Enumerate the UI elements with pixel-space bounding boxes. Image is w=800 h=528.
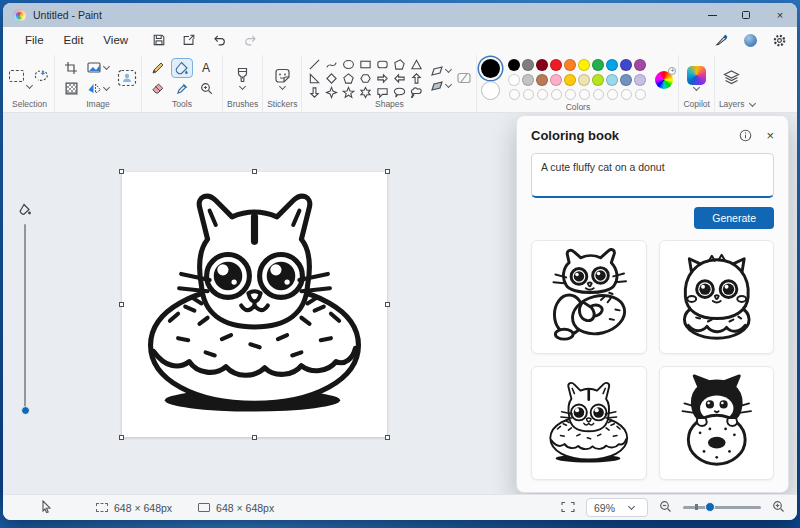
crop-icon[interactable] bbox=[64, 61, 78, 75]
zoom-level-dropdown[interactable]: 69% bbox=[586, 498, 648, 517]
right-triangle-shape-icon[interactable] bbox=[308, 72, 321, 85]
fit-to-screen-icon[interactable] bbox=[561, 501, 575, 515]
color-swatch-empty[interactable] bbox=[509, 89, 520, 100]
hexagon-shape-icon[interactable] bbox=[359, 72, 372, 85]
color-swatch[interactable] bbox=[550, 74, 562, 86]
pencil-icon[interactable] bbox=[151, 61, 165, 75]
canvas[interactable] bbox=[122, 172, 387, 437]
selection-handle[interactable] bbox=[119, 435, 124, 440]
line-shape-icon[interactable] bbox=[308, 58, 321, 71]
brushes-dropdown-chevron[interactable] bbox=[239, 83, 246, 90]
selection-handle[interactable] bbox=[385, 302, 390, 307]
color-swatch-empty[interactable] bbox=[537, 89, 548, 100]
panel-close-icon[interactable]: × bbox=[766, 129, 774, 142]
thumbnail-cat-hugging-donut[interactable] bbox=[531, 240, 647, 354]
stylus-icon[interactable] bbox=[714, 33, 729, 47]
edit-colors-icon[interactable]: + bbox=[654, 70, 674, 90]
color-swatch[interactable] bbox=[578, 74, 590, 86]
color-swatch-empty[interactable] bbox=[621, 89, 632, 100]
slider-handle[interactable] bbox=[21, 406, 30, 415]
color2-current[interactable] bbox=[481, 81, 500, 100]
account-icon[interactable] bbox=[744, 34, 757, 47]
maximize-button[interactable] bbox=[729, 3, 763, 27]
menu-edit[interactable]: Edit bbox=[54, 31, 94, 49]
zoom-in-icon[interactable] bbox=[772, 500, 785, 515]
triangle-shape-icon[interactable] bbox=[410, 58, 423, 71]
color-swatch[interactable] bbox=[592, 59, 604, 71]
flip-icon[interactable] bbox=[87, 82, 102, 95]
outline-chevron[interactable] bbox=[445, 66, 452, 73]
zoom-slider[interactable] bbox=[683, 506, 761, 509]
color-swatch[interactable] bbox=[550, 59, 562, 71]
diamond-shape-icon[interactable] bbox=[325, 72, 338, 85]
text-tool-icon[interactable]: A bbox=[202, 61, 210, 75]
resize-chevron[interactable] bbox=[103, 63, 110, 70]
six-point-star-shape-icon[interactable] bbox=[359, 86, 372, 99]
color1-current[interactable] bbox=[481, 59, 500, 78]
close-button[interactable]: × bbox=[763, 3, 797, 27]
color-swatch-empty[interactable] bbox=[593, 89, 604, 100]
oval-shape-icon[interactable] bbox=[342, 58, 355, 71]
rectangle-shape-icon[interactable] bbox=[359, 58, 372, 71]
arrow-right-shape-icon[interactable] bbox=[376, 72, 389, 85]
brush-icon[interactable] bbox=[235, 67, 250, 84]
color-swatch-empty[interactable] bbox=[607, 89, 618, 100]
color-swatch[interactable] bbox=[508, 74, 520, 86]
copilot-icon[interactable] bbox=[687, 66, 706, 85]
remove-background-icon[interactable] bbox=[117, 69, 137, 87]
rotate-icon[interactable] bbox=[65, 82, 78, 95]
zoom-slider-handle[interactable] bbox=[705, 502, 715, 512]
thumbnail-tuxedo-cat-behind-donut[interactable] bbox=[659, 366, 775, 480]
prompt-input[interactable]: A cute fluffy cat on a donut bbox=[531, 153, 774, 198]
resize-icon[interactable] bbox=[87, 61, 102, 74]
polygon-shape-icon[interactable] bbox=[393, 58, 406, 71]
menu-view[interactable]: View bbox=[93, 31, 138, 49]
color-swatch[interactable] bbox=[522, 59, 534, 71]
layers-icon[interactable] bbox=[722, 69, 741, 87]
color-swatch[interactable] bbox=[606, 74, 618, 86]
generate-button[interactable]: Generate bbox=[694, 207, 774, 229]
redo-icon[interactable] bbox=[243, 33, 258, 47]
color-swatch-empty[interactable] bbox=[579, 89, 590, 100]
color-swatch[interactable] bbox=[536, 74, 548, 86]
color-swatch[interactable] bbox=[620, 59, 632, 71]
selection-handle[interactable] bbox=[252, 435, 257, 440]
color-swatch[interactable] bbox=[620, 74, 632, 86]
arrow-left-shape-icon[interactable] bbox=[393, 72, 406, 85]
selection-handle[interactable] bbox=[385, 169, 390, 174]
selection-handle[interactable] bbox=[119, 169, 124, 174]
copilot-chevron[interactable] bbox=[693, 84, 700, 91]
color-swatch-empty[interactable] bbox=[523, 89, 534, 100]
color-swatch[interactable] bbox=[522, 74, 534, 86]
oval-callout-shape-icon[interactable] bbox=[393, 86, 406, 99]
color-swatch[interactable] bbox=[508, 59, 520, 71]
shape-fill-icon[interactable] bbox=[430, 80, 444, 92]
save-icon[interactable] bbox=[152, 33, 166, 47]
menu-file[interactable]: File bbox=[15, 31, 54, 49]
settings-gear-icon[interactable] bbox=[772, 33, 787, 48]
color-swatch[interactable] bbox=[634, 59, 646, 71]
minimize-button[interactable] bbox=[695, 3, 729, 27]
color-swatch-empty[interactable] bbox=[565, 89, 576, 100]
eyedropper-icon[interactable] bbox=[176, 82, 189, 95]
eraser-icon[interactable] bbox=[151, 82, 165, 95]
shape-outline-icon[interactable] bbox=[430, 65, 444, 77]
cloud-callout-shape-icon[interactable] bbox=[410, 86, 423, 99]
color-swatch-empty[interactable] bbox=[635, 89, 646, 100]
share-icon[interactable] bbox=[182, 33, 196, 47]
color-swatch[interactable] bbox=[634, 74, 646, 86]
pentagon-shape-icon[interactable] bbox=[342, 72, 355, 85]
shape-style-icon[interactable] bbox=[456, 71, 472, 85]
color-swatch[interactable] bbox=[606, 59, 618, 71]
color-swatch[interactable] bbox=[536, 59, 548, 71]
stickers-dropdown-chevron[interactable] bbox=[279, 82, 286, 89]
free-select-icon[interactable] bbox=[33, 68, 50, 83]
rect-select-icon[interactable] bbox=[9, 70, 24, 82]
color-swatch-empty[interactable] bbox=[551, 89, 562, 100]
color-swatch[interactable] bbox=[564, 74, 576, 86]
arrow-up-shape-icon[interactable] bbox=[410, 72, 423, 85]
arrow-down-shape-icon[interactable] bbox=[308, 86, 321, 99]
flip-chevron[interactable] bbox=[103, 84, 110, 91]
collapse-ribbon-chevron[interactable] bbox=[749, 100, 756, 107]
color-swatch[interactable] bbox=[564, 59, 576, 71]
